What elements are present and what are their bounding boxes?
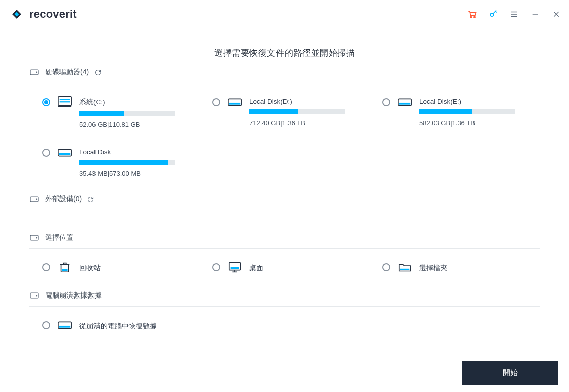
drive-progress — [419, 109, 515, 114]
locations-grid: 回收站 桌面 — [29, 261, 540, 274]
recycle-bin-icon — [57, 261, 72, 274]
svg-rect-20 — [399, 103, 411, 105]
svg-rect-14 — [60, 99, 70, 100]
radio-choose-folder[interactable] — [382, 263, 390, 271]
section-external: 外部設備(0) — [29, 194, 540, 210]
section-header-locations: 選擇位置 — [29, 233, 540, 249]
drive-icon — [57, 319, 72, 332]
section-header-external: 外部設備(0) — [29, 194, 540, 210]
location-body: 桌面 — [249, 261, 370, 273]
crash-body: 從崩潰的電腦中恢復數據 — [79, 319, 540, 331]
drive-progress — [79, 111, 175, 116]
drive-icon — [227, 95, 242, 109]
svg-rect-30 — [231, 267, 239, 269]
drive-body: Local Disk(E:) 582.03 GB|1.36 TB — [419, 95, 540, 127]
location-section-icon — [29, 234, 39, 242]
drive-label: 系統(C:) — [79, 97, 200, 107]
svg-rect-22 — [59, 153, 71, 155]
drive-item-c[interactable]: 系統(C:) 52.06 GB|110.81 GB — [42, 95, 200, 128]
svg-point-3 — [474, 16, 475, 17]
svg-rect-37 — [59, 326, 71, 328]
location-label: 選擇檔夾 — [419, 264, 540, 273]
radio-drive-d[interactable] — [212, 98, 220, 106]
refresh-icon[interactable] — [87, 195, 95, 203]
section-header-hard-drives: 硬碟驅動器(4) — [29, 68, 540, 83]
radio-crash-recover[interactable] — [42, 321, 50, 329]
system-drive-icon — [57, 95, 72, 109]
drive-label: Local Disk — [79, 148, 200, 156]
radio-drive-e[interactable] — [382, 98, 390, 106]
drive-stats: 712.40 GB|1.36 TB — [249, 119, 370, 127]
crash-section-icon — [29, 291, 39, 300]
svg-point-2 — [470, 16, 471, 17]
drive-label: Local Disk(D:) — [249, 97, 370, 105]
brand: recoverit — [9, 7, 77, 22]
section-locations: 選擇位置 回收站 — [29, 233, 540, 274]
drive-item-e[interactable]: Local Disk(E:) 582.03 GB|1.36 TB — [382, 95, 540, 128]
window-controls — [466, 9, 562, 20]
folder-icon — [397, 261, 412, 274]
cart-icon[interactable] — [466, 9, 478, 20]
location-choose-folder[interactable]: 選擇檔夾 — [382, 261, 540, 274]
external-section-icon — [29, 195, 39, 203]
drive-stats: 582.03 GB|1.36 TB — [419, 119, 540, 127]
svg-rect-28 — [62, 269, 67, 271]
drive-item-d[interactable]: Local Disk(D:) 712.40 GB|1.36 TB — [212, 95, 370, 128]
section-title: 電腦崩潰數據數據 — [45, 291, 102, 300]
drive-stats: 35.43 MB|573.00 MB — [79, 170, 200, 177]
main-content: 選擇需要恢復文件的路徑並開始掃描 硬碟驅動器(4) — [0, 47, 569, 332]
drive-body: 系統(C:) 52.06 GB|110.81 GB — [79, 95, 200, 128]
radio-recycle-bin[interactable] — [42, 263, 50, 271]
location-recycle-bin[interactable]: 回收站 — [42, 261, 200, 274]
drive-stats: 52.06 GB|110.81 GB — [79, 121, 200, 128]
svg-rect-15 — [60, 101, 70, 102]
desktop-icon — [227, 261, 242, 274]
location-body: 選擇檔夾 — [419, 261, 540, 273]
svg-point-24 — [36, 199, 37, 200]
radio-drive-c[interactable] — [42, 98, 50, 106]
refresh-icon[interactable] — [94, 68, 102, 76]
svg-rect-18 — [229, 103, 241, 105]
drive-item-local[interactable]: Local Disk 35.43 MB|573.00 MB — [42, 146, 200, 177]
footer: 開始 — [0, 354, 569, 392]
svg-point-35 — [36, 295, 37, 296]
svg-rect-33 — [400, 269, 410, 270]
drive-section-icon — [29, 68, 39, 76]
svg-point-4 — [490, 13, 493, 16]
location-desktop[interactable]: 桌面 — [212, 261, 370, 274]
location-body: 回收站 — [79, 261, 200, 273]
drive-body: Local Disk(D:) 712.40 GB|1.36 TB — [249, 95, 370, 127]
location-label: 回收站 — [79, 264, 200, 273]
drive-label: Local Disk(E:) — [419, 97, 540, 105]
section-crash: 電腦崩潰數據數據 從崩潰的電腦中恢復數據 — [29, 291, 540, 332]
section-title: 選擇位置 — [45, 233, 73, 242]
svg-point-12 — [36, 72, 37, 73]
drive-icon — [397, 95, 412, 109]
radio-drive-local[interactable] — [42, 149, 50, 157]
section-hard-drives: 硬碟驅動器(4) 系統(C:) 52.06 GB|110. — [29, 68, 540, 177]
brand-name: recoverit — [29, 8, 77, 21]
hard-drives-grid: 系統(C:) 52.06 GB|110.81 GB Local Disk(D:)… — [29, 95, 540, 177]
start-button[interactable]: 開始 — [462, 361, 558, 385]
crash-grid: 從崩潰的電腦中恢復數據 — [29, 319, 540, 332]
menu-icon[interactable] — [509, 9, 520, 20]
crash-recover-item[interactable]: 從崩潰的電腦中恢復數據 — [42, 319, 540, 332]
key-icon[interactable] — [488, 9, 499, 20]
brand-logo-icon — [9, 7, 24, 22]
crash-label: 從崩潰的電腦中恢復數據 — [79, 322, 540, 331]
close-icon[interactable] — [551, 9, 562, 20]
section-title: 外部設備(0) — [45, 194, 82, 204]
svg-point-26 — [36, 237, 37, 238]
section-title: 硬碟驅動器(4) — [45, 68, 89, 77]
drive-progress — [79, 160, 175, 165]
drive-progress — [249, 109, 345, 114]
titlebar: recoverit — [0, 0, 569, 28]
drive-icon — [57, 146, 72, 159]
drive-body: Local Disk 35.43 MB|573.00 MB — [79, 146, 200, 177]
page-title: 選擇需要恢復文件的路徑並開始掃描 — [29, 47, 540, 59]
section-header-crash: 電腦崩潰數據數據 — [29, 291, 540, 307]
radio-desktop[interactable] — [212, 263, 220, 271]
location-label: 桌面 — [249, 264, 370, 273]
minimize-icon[interactable] — [530, 9, 541, 20]
